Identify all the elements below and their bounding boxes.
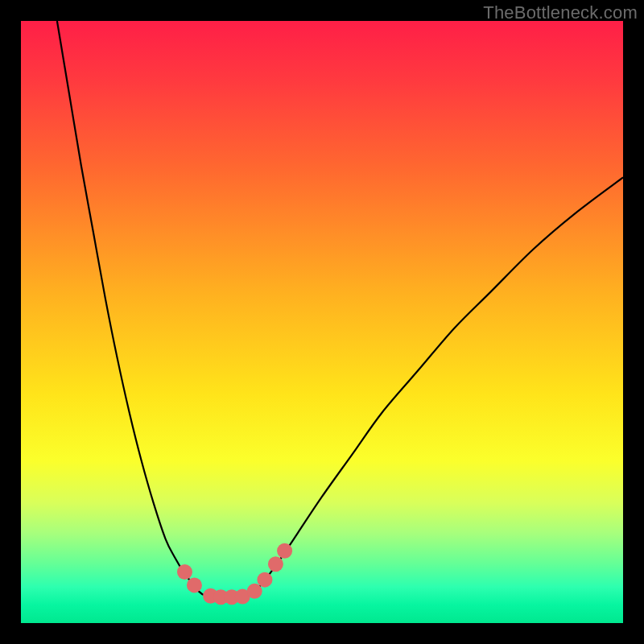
plot-area xyxy=(21,21,623,623)
valley-markers xyxy=(177,543,292,605)
curve-plot xyxy=(21,21,623,623)
valley-marker xyxy=(257,572,272,588)
valley-marker xyxy=(247,584,262,599)
valley-marker xyxy=(268,556,283,572)
watermark-text: TheBottleneck.com xyxy=(483,2,638,23)
valley-marker xyxy=(277,543,292,559)
valley-marker xyxy=(187,577,202,592)
valley-marker xyxy=(177,564,192,580)
bottleneck-curve xyxy=(57,21,623,597)
